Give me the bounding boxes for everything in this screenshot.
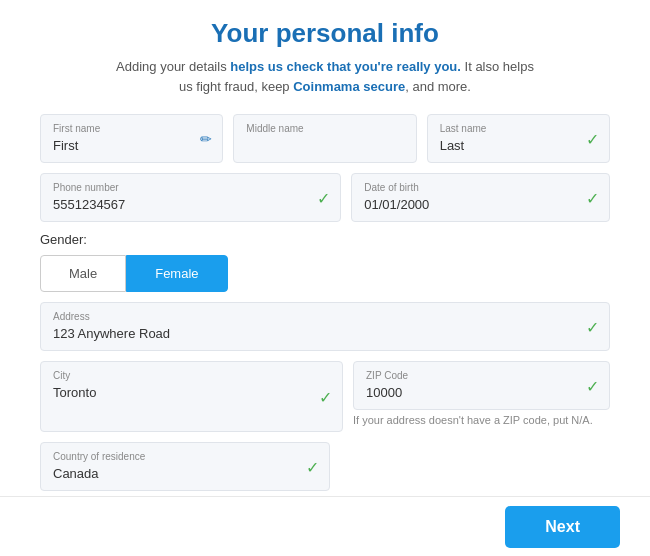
first-name-field: First name ✏ — [40, 114, 223, 163]
last-name-input[interactable] — [440, 138, 577, 153]
zip-field: ZIP Code ✓ — [353, 361, 610, 410]
gender-label: Gender: — [40, 232, 610, 247]
phone-check-icon: ✓ — [317, 188, 330, 207]
address-check-icon: ✓ — [586, 317, 599, 336]
gender-buttons: Male Female — [40, 255, 610, 292]
middle-name-field: Middle name — [233, 114, 416, 163]
last-name-check-icon: ✓ — [586, 129, 599, 148]
phone-field: Phone number ✓ — [40, 173, 341, 222]
dob-field: Date of birth ✓ — [351, 173, 610, 222]
city-check-icon: ✓ — [319, 387, 332, 406]
next-button[interactable]: Next — [505, 506, 620, 548]
bottom-bar: Next — [0, 496, 650, 556]
zip-check-icon: ✓ — [586, 376, 599, 395]
gender-section: Gender: Male Female — [40, 232, 610, 292]
page-container: Your personal info Adding your details h… — [0, 0, 650, 556]
phone-input[interactable] — [53, 197, 308, 212]
dob-label: Date of birth — [364, 182, 577, 193]
page-subtitle: Adding your details helps us check that … — [115, 57, 535, 96]
subtitle-part3: , and more. — [405, 79, 471, 94]
gender-female-button[interactable]: Female — [126, 255, 227, 292]
city-field: City ✓ — [40, 361, 343, 432]
last-name-field: Last name ✓ — [427, 114, 610, 163]
form-container: First name ✏ Middle name Last name ✓ Pho… — [40, 114, 610, 501]
page-title: Your personal info — [211, 18, 439, 49]
address-field: Address ✓ — [40, 302, 610, 351]
country-input[interactable] — [53, 466, 297, 481]
first-name-input[interactable] — [53, 138, 190, 153]
city-input[interactable] — [53, 385, 310, 400]
middle-name-input[interactable] — [246, 138, 383, 153]
subtitle-bold2: Coinmama secure — [293, 79, 405, 94]
city-zip-row: City ✓ ZIP Code ✓ If your address doesn'… — [40, 361, 610, 432]
zip-hint: If your address doesn't have a ZIP code,… — [353, 414, 610, 426]
address-row: Address ✓ — [40, 302, 610, 351]
first-name-label: First name — [53, 123, 190, 134]
subtitle-bold1: helps us check that you're really you. — [230, 59, 461, 74]
edit-icon: ✏ — [200, 131, 212, 147]
address-input[interactable] — [53, 326, 577, 341]
dob-input[interactable] — [364, 197, 577, 212]
gender-male-button[interactable]: Male — [40, 255, 126, 292]
name-row: First name ✏ Middle name Last name ✓ — [40, 114, 610, 163]
phone-label: Phone number — [53, 182, 308, 193]
address-label: Address — [53, 311, 577, 322]
country-field: Country of residence ✓ — [40, 442, 330, 491]
dob-check-icon: ✓ — [586, 188, 599, 207]
country-label: Country of residence — [53, 451, 297, 462]
last-name-label: Last name — [440, 123, 577, 134]
country-row: Country of residence ✓ — [40, 442, 610, 491]
zip-label: ZIP Code — [366, 370, 577, 381]
middle-name-label: Middle name — [246, 123, 383, 134]
phone-dob-row: Phone number ✓ Date of birth ✓ — [40, 173, 610, 222]
city-label: City — [53, 370, 310, 381]
subtitle-part1: Adding your details — [116, 59, 230, 74]
country-check-icon: ✓ — [306, 457, 319, 476]
zip-input[interactable] — [366, 385, 577, 400]
